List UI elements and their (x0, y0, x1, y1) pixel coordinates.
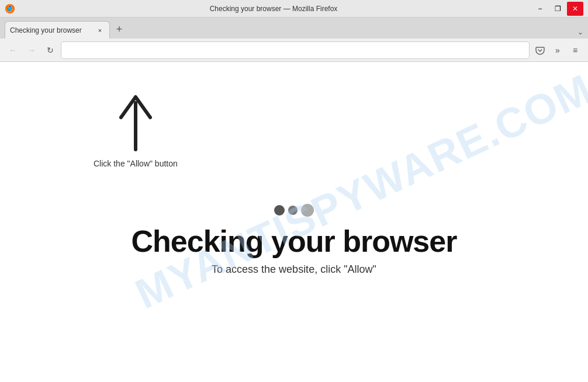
restore-button[interactable]: ❐ (549, 2, 566, 16)
nav-right-controls: » ≡ (532, 42, 583, 58)
active-tab[interactable]: Checking your browser × (5, 21, 110, 39)
overflow-button[interactable]: » (549, 42, 566, 58)
pocket-icon (535, 45, 545, 55)
click-allow-text: Click the "Allow" button (94, 159, 178, 168)
firefox-logo-icon (5, 4, 15, 14)
svg-point-1 (8, 6, 12, 10)
titlebar-left (5, 4, 15, 14)
main-title: Checking your browser (132, 224, 457, 259)
forward-button[interactable]: → (23, 42, 40, 58)
main-content: Checking your browser To access the webs… (132, 204, 457, 276)
main-subtitle: To access the website, click "Allow" (212, 263, 376, 276)
close-button[interactable]: ✕ (567, 2, 583, 16)
watermark-text: MYANTISPYWARE.COM (128, 64, 588, 318)
arrow-up-icon (115, 91, 156, 155)
address-bar[interactable] (61, 41, 530, 59)
loading-dots (274, 204, 314, 217)
minimize-button[interactable]: − (532, 2, 548, 16)
dot-3 (301, 204, 314, 217)
page-content: MYANTISPYWARE.COM Click the "Allow" butt… (0, 62, 588, 382)
dot-1 (274, 205, 285, 216)
new-tab-button[interactable]: + (111, 21, 127, 37)
titlebar-controls: − ❐ ✕ (532, 2, 583, 16)
tabs-expand-button[interactable]: ⌄ (577, 28, 583, 36)
tabbar: Checking your browser × + ⌄ (0, 18, 588, 39)
arrow-section: Click the "Allow" button (94, 91, 178, 168)
tab-title: Checking your browser (10, 26, 82, 34)
back-button[interactable]: ← (5, 42, 21, 58)
dot-2 (288, 206, 298, 215)
tab-close-button[interactable]: × (95, 26, 105, 35)
titlebar-title: Checking your browser — Mozilla Firefox (15, 5, 532, 13)
reload-button[interactable]: ↻ (42, 42, 58, 58)
titlebar: Checking your browser — Mozilla Firefox … (0, 0, 588, 18)
navbar: ← → ↻ » ≡ (0, 39, 588, 62)
menu-button[interactable]: ≡ (567, 42, 583, 58)
pocket-button[interactable] (532, 42, 548, 58)
